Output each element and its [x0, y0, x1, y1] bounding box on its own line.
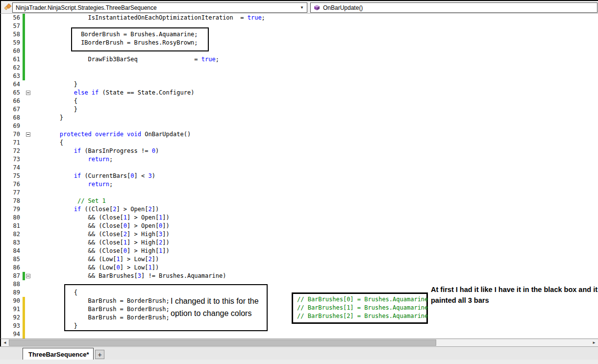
code-line[interactable]: 80 && (Close[1] > Open[1]) — [1, 214, 598, 222]
line-number: 89 — [1, 289, 22, 297]
code-text: && (Close[0] > Open[0]) — [31, 222, 170, 230]
line-number: 72 — [1, 147, 22, 155]
tab-threebarsequence[interactable]: ThreeBarSequence* — [23, 348, 94, 360]
line-number: 56 — [1, 14, 22, 22]
code-text: && (Close[1] > High[2]) — [31, 239, 170, 247]
code-line[interactable]: 82 && (Close[2] > High[3]) — [1, 230, 598, 239]
code-text: IBorderBrush = Brushes.RosyBrown; — [31, 39, 198, 47]
line-number: 66 — [1, 97, 22, 105]
code-line[interactable]: 75 if (CurrentBars[0] < 3) — [1, 172, 598, 180]
blackbox-code-line: // BarBrushes[0] = Brushes.Aquamarine — [297, 295, 426, 304]
fold-column — [25, 189, 31, 197]
code-line[interactable]: 71 { — [1, 139, 598, 147]
code-line[interactable]: 57 — [1, 22, 598, 30]
new-tab-button[interactable]: + — [95, 350, 104, 359]
code-text: BarBrush = BorderBrush; — [31, 297, 170, 305]
fold-column — [25, 305, 31, 314]
line-number: 78 — [1, 197, 22, 205]
line-number: 64 — [1, 80, 22, 89]
line-number: 85 — [1, 255, 22, 264]
code-line[interactable]: 77 — [1, 189, 598, 197]
line-number: 58 — [1, 30, 22, 39]
code-line[interactable]: 83 && (Close[1] > High[2]) — [1, 239, 598, 247]
blackbox-code-line: // BarBrushes[2] = Brushes.Aquamarine — [297, 312, 426, 320]
code-text: } — [31, 105, 77, 114]
code-text: { — [31, 139, 63, 147]
code-text: } — [31, 80, 77, 89]
horizontal-scrollbar[interactable]: ◄ ► — [0, 339, 598, 346]
code-line[interactable]: 70 protected override void OnBarUpdate() — [1, 130, 598, 139]
chevron-down-icon[interactable]: ▼ — [300, 6, 304, 10]
line-number: 84 — [1, 247, 22, 255]
code-line[interactable]: 76 return; — [1, 180, 598, 189]
fold-column — [25, 130, 31, 139]
scroll-right-button[interactable]: ► — [590, 339, 598, 346]
code-line[interactable]: 63 — [1, 72, 598, 80]
code-line[interactable]: 65 else if (State == State.Configure) — [1, 89, 598, 97]
fold-collapse-icon[interactable] — [26, 132, 30, 137]
fold-collapse-icon[interactable] — [26, 274, 30, 278]
line-number: 63 — [1, 72, 22, 80]
line-number: 57 — [1, 22, 22, 30]
fold-column — [25, 55, 31, 64]
code-text: if (CurrentBars[0] < 3) — [31, 172, 155, 180]
scroll-left-button[interactable]: ◄ — [1, 339, 9, 346]
code-line[interactable]: 78 // Set 1 — [1, 197, 598, 205]
line-number: 68 — [1, 114, 22, 122]
fold-column — [25, 122, 31, 130]
code-line[interactable]: 87 && BarBrushes[3] != Brushes.Aquamarin… — [1, 272, 598, 280]
code-line[interactable]: 73 return; — [1, 155, 598, 164]
code-line[interactable]: 68 } — [1, 114, 598, 122]
fold-column — [25, 72, 31, 80]
blackbox-code-line: // BarBrushes[1] = Brushes.Aquamarine — [297, 304, 426, 312]
code-line[interactable]: 69 — [1, 122, 598, 130]
code-line[interactable]: 86 && (Low[0] > Low[1]) — [1, 264, 598, 272]
fold-column — [25, 80, 31, 89]
fold-column — [25, 89, 31, 97]
code-line[interactable]: 66 { — [1, 97, 598, 105]
scrollbar-thumb[interactable] — [9, 340, 436, 346]
line-number: 80 — [1, 214, 22, 222]
code-line[interactable]: 72 if (BarsInProgress != 0) — [1, 147, 598, 155]
line-number: 91 — [1, 305, 22, 314]
code-line[interactable]: 61 DrawFib3BarSeq = true; — [1, 55, 598, 64]
member-selector-dropdown[interactable]: OnBarUpdate() — [310, 2, 598, 13]
fold-column — [25, 255, 31, 264]
ninjascript-editor-window: NinjaTrader.NinjaScript.Strategies.Three… — [0, 0, 598, 364]
code-line[interactable]: 74 — [1, 164, 598, 172]
code-text: IsInstantiatedOnEachOptimizationIteratio… — [31, 14, 265, 22]
fold-column — [25, 47, 31, 55]
code-line[interactable]: 60 — [1, 47, 598, 55]
line-number: 62 — [1, 64, 22, 72]
code-line[interactable]: 56 IsInstantiatedOnEachOptimizationItera… — [1, 14, 598, 22]
type-selector-dropdown[interactable]: NinjaTrader.NinjaScript.Strategies.Three… — [12, 2, 307, 13]
code-line[interactable]: 79 if ((Close[2] > Open[2]) — [1, 205, 598, 214]
line-number: 81 — [1, 222, 22, 230]
line-number: 87 — [1, 272, 22, 280]
fold-column — [25, 114, 31, 122]
fold-column — [25, 147, 31, 155]
code-line[interactable]: 59 IBorderBrush = Brushes.RosyBrown; — [1, 39, 598, 47]
annotation-note-changed: I changed it to this for the option to c… — [171, 295, 274, 319]
code-line[interactable]: 67 } — [1, 105, 598, 114]
code-text: } — [31, 114, 63, 122]
class-icon — [4, 3, 12, 11]
line-number: 83 — [1, 239, 22, 247]
fold-column — [25, 197, 31, 205]
code-line[interactable]: 81 && (Close[0] > Open[0]) — [1, 222, 598, 230]
code-line[interactable]: 58 BorderBrush = Brushes.Aquamarine; — [1, 30, 598, 39]
line-number: 67 — [1, 105, 22, 114]
code-text: { — [31, 97, 77, 105]
code-line[interactable]: 84 && (Close[0] > High[1]) — [1, 247, 598, 255]
code-line[interactable]: 64 } — [1, 80, 598, 89]
code-text: return; — [31, 180, 113, 189]
fold-collapse-icon[interactable] — [26, 91, 30, 95]
code-text: return; — [31, 155, 113, 164]
line-number: 65 — [1, 89, 22, 97]
code-line[interactable]: 85 && (Low[1] > Low[2]) — [1, 255, 598, 264]
fold-column — [25, 289, 31, 297]
line-number: 86 — [1, 264, 22, 272]
code-line[interactable]: 62 — [1, 64, 598, 72]
fold-column — [25, 139, 31, 147]
code-line[interactable]: 94 — [1, 330, 598, 339]
